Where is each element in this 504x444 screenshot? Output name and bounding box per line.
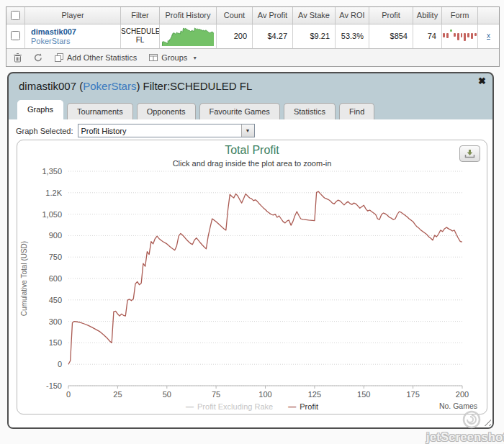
- legend-item-profit-excluding-rake[interactable]: —Profit Excluding Rake: [186, 402, 273, 411]
- profit-history-sparkline: [160, 24, 217, 48]
- svg-text:25: 25: [113, 390, 122, 399]
- form-bar: [457, 33, 459, 40]
- svg-text:750: 750: [49, 253, 62, 261]
- form-bar: [461, 33, 463, 37]
- svg-text:200: 200: [456, 390, 469, 399]
- panel-title-site-link[interactable]: PokerStars: [83, 80, 136, 92]
- col-ability[interactable]: Ability: [413, 7, 442, 24]
- legend-dash-icon: —: [288, 402, 296, 411]
- form-cell: [442, 24, 478, 48]
- form-bar: [467, 33, 469, 37]
- form-bar: [464, 33, 466, 41]
- refresh-button[interactable]: [34, 53, 42, 62]
- col-av-roi[interactable]: Av ROI: [336, 7, 369, 24]
- col-profit[interactable]: Profit: [369, 7, 413, 24]
- svg-text:125: 125: [308, 390, 321, 399]
- close-icon[interactable]: ✖: [478, 76, 486, 86]
- table-header-row: Player Filter Profit History Count Av Pr…: [6, 7, 499, 24]
- av-profit-cell: $4.27: [253, 24, 293, 48]
- col-player[interactable]: Player: [25, 7, 121, 24]
- player-site-link[interactable]: PokerStars: [31, 37, 120, 46]
- svg-text:0: 0: [58, 360, 62, 368]
- col-av-profit[interactable]: Av Profit: [253, 7, 293, 24]
- svg-text:75: 75: [212, 390, 220, 399]
- svg-text:1,350: 1,350: [42, 167, 62, 176]
- jetscreenshot-logo-icon: [461, 409, 482, 433]
- form-mini-chart: [442, 24, 477, 48]
- filter-cell: SCHEDULED FL: [121, 24, 160, 48]
- row-checkbox[interactable]: [11, 31, 20, 40]
- svg-text:1,050: 1,050: [42, 210, 62, 219]
- remove-row-link[interactable]: x: [487, 32, 490, 40]
- form-bar: [446, 33, 449, 38]
- sparkline-chart: [161, 25, 216, 47]
- svg-text:0: 0: [66, 390, 71, 399]
- legend-dash-icon: —: [186, 402, 194, 411]
- screenshot-root: Player Filter Profit History Count Av Pr…: [0, 0, 504, 444]
- ability-cell: 74: [413, 24, 442, 48]
- form-bar: [471, 33, 473, 39]
- select-all-cell: [6, 7, 25, 24]
- groups-button[interactable]: Groups ▼: [149, 53, 197, 62]
- row-select-cell: [6, 24, 25, 48]
- tab-tournaments[interactable]: Tournaments: [67, 103, 133, 119]
- svg-text:900: 900: [49, 231, 62, 240]
- graph-select-row: Graph Selected: Profit History ▼: [9, 119, 492, 137]
- groups-label: Groups: [161, 53, 187, 62]
- tab-statistics[interactable]: Statistics: [284, 103, 336, 119]
- svg-text:150: 150: [49, 338, 62, 347]
- download-icon: [464, 149, 475, 158]
- remove-cell: x: [478, 24, 499, 48]
- chart-container: 1,3501.2K1,0509007506004503001500-150025…: [17, 140, 487, 414]
- delete-button[interactable]: [14, 53, 22, 63]
- svg-text:150: 150: [357, 390, 370, 399]
- select-all-checkbox[interactable]: [11, 11, 20, 20]
- col-av-stake[interactable]: Av Stake: [293, 7, 336, 24]
- legend-item-profit[interactable]: —Profit: [288, 402, 318, 411]
- svg-text:300: 300: [49, 317, 62, 326]
- col-profit-history[interactable]: Profit History: [160, 7, 217, 24]
- form-bar: [450, 30, 452, 32]
- chart-subtitle: Click and drag inside the plot area to z…: [17, 159, 487, 168]
- form-bar: [454, 33, 456, 37]
- svg-text:1.2K: 1.2K: [45, 189, 62, 197]
- av-stake-cell: $9.21: [293, 24, 336, 48]
- graph-select-dropdown[interactable]: Profit History ▼: [78, 124, 255, 137]
- profit-chart-plot[interactable]: 1,3501.2K1,0509007506004503001500-150025…: [17, 140, 487, 412]
- player-cell: dimastik007 PokerStars: [25, 24, 121, 48]
- player-name-link[interactable]: dimastik007: [31, 27, 120, 37]
- col-remove: [478, 7, 499, 24]
- add-other-statistics-button[interactable]: Add Other Statistics: [55, 53, 137, 62]
- chart-title: Total Profit: [17, 144, 487, 157]
- legend-label: Profit: [300, 402, 318, 411]
- col-form[interactable]: Form: [442, 7, 478, 24]
- col-count[interactable]: Count: [217, 7, 253, 24]
- results-table: Player Filter Profit History Count Av Pr…: [6, 6, 500, 67]
- resize-gripper[interactable]: [482, 417, 491, 426]
- jetscreenshot-watermark: jetScreenshotcom: [426, 431, 504, 444]
- tab-graphs[interactable]: Graphs: [17, 100, 63, 119]
- groups-dropdown-arrow-icon: ▼: [192, 55, 197, 60]
- col-filter[interactable]: Filter: [121, 7, 160, 24]
- panel-content: Graph Selected: Profit History ▼ 1,3501.…: [9, 119, 492, 427]
- download-chart-button[interactable]: [459, 145, 480, 162]
- tab-strip: GraphsTournamentsOpponentsFavourite Game…: [17, 101, 374, 119]
- svg-text:100: 100: [258, 390, 271, 399]
- player-detail-panel: dimastik007 (PokerStars) Filter:SCHEDULE…: [7, 72, 494, 429]
- table-row: dimastik007 PokerStars SCHEDULED FL 200 …: [6, 24, 499, 48]
- tab-find[interactable]: Find: [339, 103, 374, 119]
- trash-icon: [14, 53, 22, 63]
- tab-opponents[interactable]: Opponents: [137, 103, 196, 119]
- groups-icon: [149, 54, 158, 61]
- dropdown-arrow-icon[interactable]: ▼: [241, 124, 254, 137]
- form-bar: [443, 33, 445, 37]
- form-bar: [474, 33, 477, 36]
- refresh-icon: [34, 53, 42, 62]
- av-roi-cell: 53.3%: [336, 24, 369, 48]
- table-toolbar: Add Other Statistics Groups ▼: [6, 48, 499, 66]
- chart-legend: —Profit Excluding Rake —Profit: [17, 402, 487, 411]
- count-cell: 200: [217, 24, 253, 48]
- panel-title: dimastik007 (PokerStars) Filter:SCHEDULE…: [9, 73, 492, 92]
- graph-select-value: Profit History: [78, 127, 127, 135]
- tab-favourite-games[interactable]: Favourite Games: [199, 103, 280, 119]
